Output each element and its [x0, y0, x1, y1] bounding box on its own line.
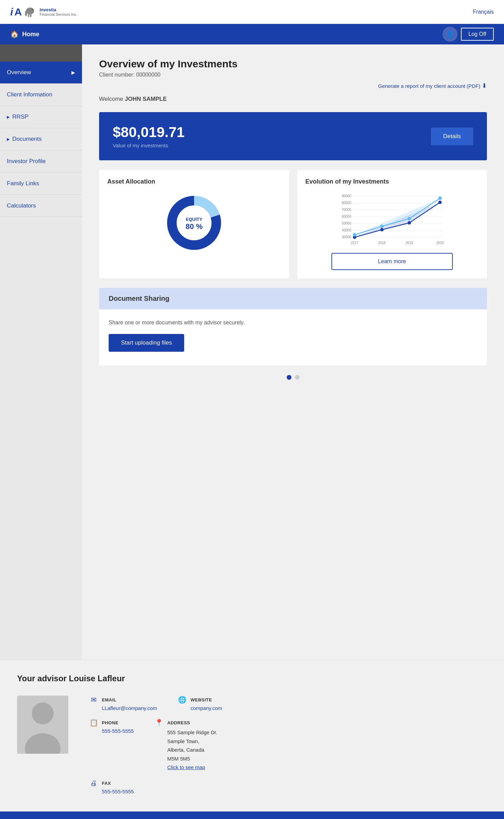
- home-icon: 🏠: [10, 30, 19, 38]
- investment-amount: $80,019.71: [113, 124, 185, 140]
- svg-rect-3: [30, 14, 31, 17]
- sidebar-item-calculators[interactable]: Calculators: [0, 195, 82, 217]
- logo-i: i: [10, 6, 13, 18]
- sidebar-dark: [0, 44, 82, 62]
- svg-text:70000: 70000: [341, 208, 351, 212]
- sidebar-item-overview[interactable]: Overview: [0, 62, 82, 84]
- report-link[interactable]: Generate a report of my client account (…: [99, 82, 487, 90]
- phone-label: PHONE: [102, 720, 119, 725]
- elephant-icon: [23, 6, 36, 18]
- logo-investia: Investia: [40, 7, 77, 12]
- website-icon-label: 🌐 WEBSITE: [178, 696, 222, 704]
- advisor-avatar: [17, 696, 68, 754]
- email-icon: ✉: [89, 696, 98, 704]
- advisor-section: Your advisor Louise Lafleur ✉ EMAIL LLaf…: [0, 660, 504, 811]
- sidebar-item-investor-profile[interactable]: Investor Profile: [0, 150, 82, 173]
- nav-right: 👤 Log Off: [442, 27, 494, 42]
- dot-1[interactable]: [287, 375, 291, 380]
- main-layout: Overview Client Information RRSP Documen…: [0, 44, 504, 660]
- contact-website: 🌐 WEBSITE company.com: [178, 696, 222, 711]
- website-icon: 🌐: [178, 696, 187, 704]
- svg-text:30000: 30000: [341, 235, 351, 239]
- sidebar-item-client-information[interactable]: Client Information: [0, 84, 82, 106]
- equity-label: EQUITY: [186, 217, 203, 222]
- svg-point-26: [407, 221, 411, 225]
- phone-icon: 📋: [89, 719, 98, 727]
- logoff-button[interactable]: Log Off: [461, 28, 494, 41]
- fax-value[interactable]: 555-555-5555: [89, 789, 134, 794]
- details-button[interactable]: Details: [431, 127, 473, 145]
- contact-address: 📍 ADDRESS 555 Sample Ridge Dr. Sample To…: [154, 719, 217, 772]
- svg-text:2017: 2017: [351, 241, 358, 245]
- equity-percent: 80 %: [186, 222, 203, 231]
- phone-icon-label: 📋 PHONE: [89, 719, 134, 727]
- donut-svg: EQUITY 80 %: [163, 192, 225, 254]
- svg-point-30: [407, 217, 411, 220]
- user-icon-button[interactable]: 👤: [442, 27, 458, 42]
- contact-fax: 🖨 FAX 555-555-5555: [89, 779, 134, 794]
- learn-more-button[interactable]: Learn more: [331, 253, 453, 270]
- website-value[interactable]: company.com: [178, 705, 222, 711]
- asset-allocation-title: Asset Allocation: [107, 178, 281, 185]
- investment-label: Value of my investments: [113, 143, 185, 148]
- svg-text:2020: 2020: [436, 241, 444, 245]
- logo-subtitle: Financial Services Inc.: [40, 12, 77, 16]
- document-sharing-card: Document Sharing Share one or more docum…: [99, 288, 487, 365]
- address-icon: 📍: [154, 719, 164, 727]
- email-value[interactable]: LLafleur@company.com: [89, 705, 157, 711]
- map-link[interactable]: Click to see map: [167, 764, 205, 770]
- investment-value: $80,019.71 Value of my investments: [113, 124, 185, 148]
- client-number: Client number: 00000000: [99, 72, 487, 78]
- upload-button[interactable]: Start uploading files: [109, 334, 184, 352]
- advisor-contact: ✉ EMAIL LLafleur@company.com 🌐 WEBSITE c…: [89, 696, 487, 794]
- avatar-silhouette: [17, 696, 68, 754]
- fax-icon: 🖨: [89, 779, 98, 787]
- svg-point-4: [25, 11, 27, 16]
- donut-chart: EQUITY 80 %: [107, 192, 281, 254]
- svg-point-28: [353, 233, 356, 237]
- main-content: Overview of my Investments Client number…: [82, 44, 504, 660]
- svg-rect-2: [28, 14, 29, 17]
- svg-text:40000: 40000: [341, 228, 351, 232]
- francais-link[interactable]: Français: [473, 9, 494, 15]
- svg-text:80000: 80000: [341, 201, 351, 205]
- page-title: Overview of my Investments: [99, 58, 487, 70]
- evolution-svg: 90000 80000 70000 60000 50000 40000 3000…: [305, 192, 479, 247]
- svg-point-31: [438, 197, 441, 200]
- contact-phone: 📋 PHONE 555-555-5555: [89, 719, 134, 772]
- svg-text:2019: 2019: [405, 241, 413, 245]
- top-bar: i A Investia Financial Services Inc. Fra…: [0, 0, 504, 24]
- address-value: 555 Sample Ridge Dr. Sample Town, Albert…: [154, 728, 217, 772]
- investment-card: $80,019.71 Value of my investments Detai…: [99, 112, 487, 160]
- contact-row-1: ✉ EMAIL LLafleur@company.com 🌐 WEBSITE c…: [89, 696, 487, 711]
- phone-value[interactable]: 555-555-5555: [89, 728, 134, 734]
- address-label: ADDRESS: [167, 720, 190, 725]
- document-sharing-body: Share one or more documents with my advi…: [99, 309, 487, 365]
- advisor-row: ✉ EMAIL LLafleur@company.com 🌐 WEBSITE c…: [17, 696, 487, 794]
- sidebar-item-family-links[interactable]: Family Links: [0, 173, 82, 195]
- svg-point-29: [380, 225, 383, 228]
- charts-row: Asset Allocation EQUITY 80 % Evolution o…: [99, 170, 487, 278]
- svg-point-5: [32, 9, 33, 10]
- home-label: Home: [22, 31, 39, 38]
- contact-row-2: 📋 PHONE 555-555-5555 📍 ADDRESS 555 Sampl…: [89, 719, 487, 772]
- sidebar-item-documents[interactable]: Documents: [0, 128, 82, 150]
- svg-text:60000: 60000: [341, 215, 351, 218]
- welcome-text: Welcome JOHN SAMPLE: [99, 96, 487, 103]
- svg-text:2018: 2018: [378, 241, 386, 245]
- document-sharing-header: Document Sharing: [99, 288, 487, 309]
- dot-2[interactable]: [295, 375, 300, 380]
- svg-text:90000: 90000: [341, 194, 351, 198]
- contact-email: ✉ EMAIL LLafleur@company.com: [89, 696, 157, 711]
- address-icon-label: 📍 ADDRESS: [154, 719, 217, 727]
- home-nav[interactable]: 🏠 Home: [10, 30, 39, 38]
- footer-bar: [0, 811, 504, 819]
- sidebar: Overview Client Information RRSP Documen…: [0, 44, 82, 660]
- asset-allocation-card: Asset Allocation EQUITY 80 %: [99, 170, 289, 278]
- sidebar-item-rrsp[interactable]: RRSP: [0, 106, 82, 128]
- website-label: WEBSITE: [191, 697, 212, 702]
- carousel-dots: [99, 375, 487, 380]
- svg-text:50000: 50000: [341, 221, 351, 225]
- download-icon: ⬇: [482, 82, 487, 89]
- evolution-chart: 90000 80000 70000 60000 50000 40000 3000…: [305, 192, 479, 247]
